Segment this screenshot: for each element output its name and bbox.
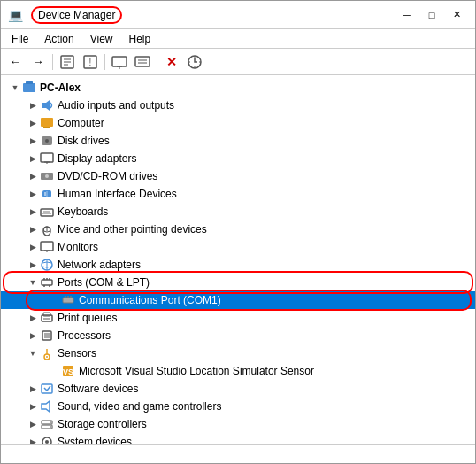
audio-label: Audio inputs and outputs bbox=[58, 99, 174, 112]
dvd-expander[interactable]: ▶ bbox=[26, 169, 40, 183]
printq-icon bbox=[40, 311, 54, 325]
storage-expander[interactable]: ▶ bbox=[26, 417, 40, 431]
svg-text:VS: VS bbox=[63, 367, 73, 376]
sound-label: Sound, video and game controllers bbox=[58, 400, 221, 413]
menu-action[interactable]: Action bbox=[37, 31, 81, 47]
root-expander[interactable]: ▼ bbox=[8, 81, 22, 95]
hid-expander[interactable]: ▶ bbox=[26, 187, 40, 201]
svg-marker-19 bbox=[42, 100, 50, 111]
system-icon bbox=[40, 435, 54, 444]
display-icon bbox=[40, 151, 54, 166]
svg-rect-57 bbox=[44, 333, 50, 338]
tree-item-computer[interactable]: ▶ Computer bbox=[1, 114, 475, 132]
tree-item-dvd[interactable]: ▶ DVD/CD-ROM drives bbox=[1, 167, 475, 185]
update-driver-button[interactable]: ! bbox=[80, 51, 101, 73]
disable-button[interactable]: ✕ bbox=[161, 51, 182, 73]
tree-item-keyboards[interactable]: ▶ Keyboards bbox=[1, 203, 475, 220]
svg-rect-9 bbox=[135, 57, 150, 66]
ports-expander[interactable]: ▼ bbox=[26, 275, 40, 290]
close-button[interactable]: ✕ bbox=[445, 6, 468, 24]
sound-expander[interactable]: ▶ bbox=[26, 399, 40, 414]
disk-icon bbox=[40, 134, 54, 148]
mice-expander[interactable]: ▶ bbox=[26, 222, 40, 236]
minimize-button[interactable]: ─ bbox=[395, 6, 418, 24]
tree-item-sound[interactable]: ▶ Sound, video and game controllers bbox=[1, 398, 475, 415]
msvs-icon: VS bbox=[61, 364, 75, 378]
hid-label: Human Interface Devices bbox=[58, 188, 177, 200]
tree-item-hid[interactable]: ▶ Human Interface Devices bbox=[1, 185, 475, 203]
svg-point-69 bbox=[50, 421, 51, 423]
display-label: Display adapters bbox=[58, 152, 136, 165]
system-expander[interactable]: ▶ bbox=[26, 435, 40, 444]
tree-item-msvs[interactable]: VS Microsoft Visual Studio Location Simu… bbox=[1, 362, 475, 380]
tree-item-monitors[interactable]: ▶ Monitors bbox=[1, 238, 475, 256]
tree-item-mice[interactable]: ▶ Mice and other pointing devices bbox=[1, 220, 475, 238]
hid-icon bbox=[40, 187, 54, 201]
software-label: Software devices bbox=[58, 383, 138, 395]
audio-icon bbox=[40, 98, 54, 112]
tree-item-com1[interactable]: Communications Port (COM1) bbox=[1, 291, 475, 309]
svg-line-65 bbox=[47, 386, 50, 391]
keyboards-icon bbox=[40, 205, 54, 219]
svg-point-23 bbox=[45, 139, 49, 143]
toolbar: ← → ! ✕ bbox=[1, 49, 475, 75]
processors-expander[interactable]: ▶ bbox=[26, 329, 40, 343]
status-bar bbox=[1, 444, 475, 463]
menu-help[interactable]: Help bbox=[122, 31, 158, 47]
back-button[interactable]: ← bbox=[4, 51, 26, 73]
forward-button[interactable]: → bbox=[27, 51, 49, 73]
scan-button[interactable] bbox=[184, 51, 205, 73]
keyboards-expander[interactable]: ▶ bbox=[26, 205, 40, 219]
root-label: PC-Alex bbox=[40, 81, 81, 94]
menu-bar: File Action View Help bbox=[1, 29, 475, 49]
screen-button[interactable] bbox=[109, 51, 130, 73]
tree-item-audio[interactable]: ▶ Audio inputs and outputs bbox=[1, 97, 475, 114]
tree-item-system[interactable]: ▶ System devices bbox=[1, 433, 475, 444]
tree-item-network[interactable]: ▶ Network adapters bbox=[1, 256, 475, 274]
device-manager-window: 💻 Device Manager ─ □ ✕ File Action View … bbox=[0, 0, 476, 464]
toolbar-separator-3 bbox=[157, 54, 157, 70]
window-icon: 💻 bbox=[8, 8, 22, 22]
svg-point-28 bbox=[45, 174, 49, 178]
toolbar-separator-1 bbox=[52, 54, 53, 70]
svg-rect-38 bbox=[41, 242, 53, 251]
disk-expander[interactable]: ▶ bbox=[26, 134, 40, 148]
menu-file[interactable]: File bbox=[4, 31, 35, 47]
printq-expander[interactable]: ▶ bbox=[26, 311, 40, 325]
tree-item-ports[interactable]: ▼ Ports (COM & LPT) bbox=[1, 274, 475, 291]
svg-point-60 bbox=[46, 356, 48, 358]
display-expander[interactable]: ▶ bbox=[26, 151, 40, 166]
printq-label: Print queues bbox=[58, 312, 117, 324]
svg-rect-43 bbox=[42, 280, 52, 285]
properties-button[interactable] bbox=[57, 51, 78, 73]
audio-expander[interactable]: ▶ bbox=[26, 98, 40, 112]
monitors-label: Monitors bbox=[58, 241, 98, 253]
tree-item-processors[interactable]: ▶ Processors bbox=[1, 327, 475, 344]
svg-rect-24 bbox=[41, 153, 53, 162]
svg-rect-21 bbox=[43, 127, 50, 128]
tree-item-storage[interactable]: ▶ Storage controllers bbox=[1, 415, 475, 433]
com1-icon bbox=[61, 293, 75, 307]
tree-item-software[interactable]: ▶ Software devices bbox=[1, 380, 475, 398]
tree-item-printq[interactable]: ▶ Print queues bbox=[1, 309, 475, 327]
tree-item-display[interactable]: ▶ Display adapters bbox=[1, 150, 475, 167]
svg-text:!: ! bbox=[89, 58, 92, 67]
device-tree[interactable]: ▼ PC-Alex ▶ Audio inputs and outputs ▶ C… bbox=[1, 75, 475, 444]
tree-item-disk[interactable]: ▶ Disk drives bbox=[1, 132, 475, 150]
software-expander[interactable]: ▶ bbox=[26, 382, 40, 396]
network-expander[interactable]: ▶ bbox=[26, 258, 40, 272]
computer-expander[interactable]: ▶ bbox=[26, 116, 40, 130]
tree-root[interactable]: ▼ PC-Alex bbox=[1, 79, 475, 97]
monitors-expander[interactable]: ▶ bbox=[26, 240, 40, 254]
maximize-button[interactable]: □ bbox=[420, 6, 443, 24]
list-button[interactable] bbox=[132, 51, 153, 73]
sensors-expander[interactable]: ▼ bbox=[26, 346, 40, 360]
com1-expander bbox=[47, 293, 61, 307]
msvs-label: Microsoft Visual Studio Location Simulat… bbox=[79, 365, 314, 377]
menu-view[interactable]: View bbox=[83, 31, 120, 47]
tree-item-sensors[interactable]: ▼ Sensors bbox=[1, 344, 475, 362]
keyboards-label: Keyboards bbox=[58, 205, 108, 218]
sound-icon bbox=[40, 399, 54, 414]
disk-label: Disk drives bbox=[58, 135, 110, 147]
processors-icon bbox=[40, 329, 54, 343]
